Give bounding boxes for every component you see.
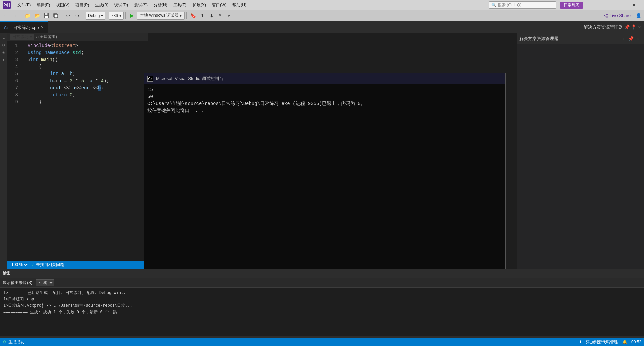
live-share-button[interactable]: Live Share	[600, 12, 633, 19]
code-line-1: #include<iostream>	[26, 42, 148, 49]
status-right: ⬆ 添加到源代码管理 🔔 00:52	[579, 339, 641, 345]
code-line-7: cout << a<<endl<<b;	[26, 85, 148, 92]
platform-dropdown[interactable]: x86 ▾	[109, 12, 123, 20]
output-source-select[interactable]: 生成	[36, 279, 54, 286]
console-line-1: 15	[147, 86, 502, 93]
platform-label: x86	[111, 13, 118, 18]
console-minimize-button[interactable]: ─	[478, 73, 490, 84]
editor-status-left: 100 % ✓ 未找到相关问题	[10, 262, 64, 268]
toolbar-separator-3	[84, 12, 84, 19]
cpp-file-icon: C++	[4, 26, 11, 30]
menu-edit[interactable]: 编辑(E)	[34, 2, 53, 9]
console-window: C> Microsoft Visual Studio 调试控制台 ─ □ 15 …	[144, 73, 506, 269]
menu-view[interactable]: 视图(V)	[53, 2, 72, 9]
console-icon-text: C>	[148, 77, 152, 81]
user-icon[interactable]: 👤	[634, 11, 643, 20]
console-maximize-button[interactable]: □	[490, 73, 502, 84]
menu-help[interactable]: 帮助(H)	[230, 2, 249, 9]
svg-line-8	[605, 16, 606, 17]
project-badge: 日常练习	[560, 2, 583, 9]
activity-icon-2[interactable]: ⚙	[0, 42, 7, 48]
undo-button[interactable]: ↩	[64, 11, 72, 20]
menu-file[interactable]: 文件(F)	[15, 2, 33, 9]
svg-text:/*: /*	[228, 14, 230, 18]
close-button[interactable]: ✕	[626, 0, 641, 10]
comment-button[interactable]: //	[217, 11, 225, 20]
maximize-button[interactable]: □	[606, 0, 622, 10]
search-icon: 🔍	[491, 3, 496, 7]
menu-build[interactable]: 生成(B)	[92, 2, 111, 9]
activity-icon-1[interactable]: ≡	[0, 34, 7, 41]
uncomment-button[interactable]: /*	[226, 11, 235, 20]
redo-button[interactable]: ↪	[73, 11, 82, 20]
activity-icon-3[interactable]: ◈	[0, 49, 7, 56]
code-area[interactable]: 1 2 3 4 5 6 7 8 9	[7, 41, 148, 261]
code-line-9: }	[26, 99, 148, 106]
output-header: 输出	[0, 269, 644, 278]
debug-config-dropdown[interactable]: Debug ▾	[86, 12, 105, 20]
forward-button[interactable]: →	[11, 11, 19, 20]
solution-explorer-header: 解决方案资源管理器 ▾ 📌 ✕	[517, 33, 644, 44]
menu-test[interactable]: 测试(S)	[131, 2, 150, 9]
menu-analyze[interactable]: 分析(N)	[151, 2, 170, 9]
output-source-row: 显示输出来源(S): 生成	[0, 278, 644, 288]
editor-tab-active[interactable]: C++ 日常练习.cpp ✕	[0, 21, 48, 33]
code-content[interactable]: #include<iostream> using namespace std; …	[26, 41, 148, 261]
console-icon: C>	[147, 76, 153, 82]
menu-debug[interactable]: 调试(D)	[112, 2, 131, 9]
minimize-button[interactable]: ─	[587, 0, 602, 10]
next-bookmark-button[interactable]: ⬇	[207, 11, 216, 20]
svg-rect-1	[54, 14, 58, 18]
solution-content	[517, 44, 644, 269]
line-numbers: 1 2 3 4 5 6 7 8 9	[7, 41, 21, 261]
run-label-button[interactable]: 本地 Windows 调试器 ▾	[137, 12, 185, 20]
console-line-4: 按任意键关闭此窗口. . .	[147, 107, 502, 114]
code-line-6: b=(a = 3 * 5, a * 4);	[26, 78, 148, 85]
run-button[interactable]: ▶	[127, 11, 136, 20]
toolbar-separator-6	[186, 12, 187, 19]
toolbar-separator-1	[21, 12, 21, 19]
search-box[interactable]: 🔍 搜索 (Ctrl+Q)	[489, 1, 556, 9]
vs-logo	[3, 1, 11, 9]
debug-config-label: Debug	[88, 13, 100, 18]
solution-explorer-label: 解决方案资源管理器	[584, 24, 623, 30]
svg-point-5	[606, 14, 608, 15]
output-content: 1>------- 已启动生成: 项目: 日常练习, 配置: Debug Win…	[0, 288, 644, 336]
console-line-3: C:\Users\邹莹\source\repos\日常练习\Debug\日常练习…	[147, 100, 502, 107]
title-bar: 文件(F) 编辑(E) 视图(V) 项目(P) 生成(B) 调试(D) 测试(S…	[0, 0, 644, 10]
save-button[interactable]: 💾	[42, 11, 51, 20]
class-dropdown-label: 日常练习	[12, 34, 29, 40]
tab-bar: C++ 日常练习.cpp ✕ 解决方案资源管理器 📌 📍 ✕	[0, 21, 644, 33]
check-icon: ✓	[31, 262, 35, 267]
tab-close-button[interactable]: ✕	[41, 25, 44, 30]
close-solution-icon[interactable]: ✕	[638, 24, 641, 30]
build-success-icon: ⚙	[3, 340, 6, 344]
svg-text://: //	[219, 14, 221, 18]
pin-icon-2[interactable]: 📍	[631, 24, 636, 30]
source-control-label: 添加到源代码管理	[586, 339, 618, 345]
run-label-text: 本地 Windows 调试器	[140, 13, 178, 18]
svg-point-6	[606, 16, 608, 18]
pin-icon[interactable]: 📌	[624, 24, 630, 30]
open-button[interactable]: 📂	[33, 11, 41, 20]
chevron-down-icon: ▾	[101, 13, 103, 18]
menu-window[interactable]: 窗口(W)	[209, 2, 229, 9]
output-line-1: 1>------- 已启动生成: 项目: 日常练习, 配置: Debug Win…	[3, 290, 641, 296]
toolbar-separator-4	[107, 12, 107, 19]
activity-icon-4[interactable]: ♦	[0, 56, 7, 63]
solution-dropdown-btn[interactable]: ▾	[620, 35, 627, 42]
zoom-select[interactable]: 100 %	[10, 262, 29, 267]
save-all-button[interactable]	[51, 11, 60, 20]
code-line-5: int a, b;	[26, 70, 148, 78]
menu-extensions[interactable]: 扩展(X)	[190, 2, 209, 9]
new-project-button[interactable]: 📁	[23, 11, 32, 20]
back-button[interactable]: ←	[1, 11, 10, 20]
class-dropdown[interactable]: 日常练习 ▾	[10, 34, 34, 40]
no-problems-text: 未找到相关问题	[36, 262, 64, 268]
prev-bookmark-button[interactable]: ⬆	[198, 11, 207, 20]
bookmark-button[interactable]: 🔖	[189, 11, 197, 20]
solution-close-btn[interactable]: ✕	[635, 35, 641, 42]
menu-tools[interactable]: 工具(T)	[171, 2, 189, 9]
menu-project[interactable]: 项目(P)	[73, 2, 92, 9]
solution-pin-btn[interactable]: 📌	[627, 35, 634, 42]
